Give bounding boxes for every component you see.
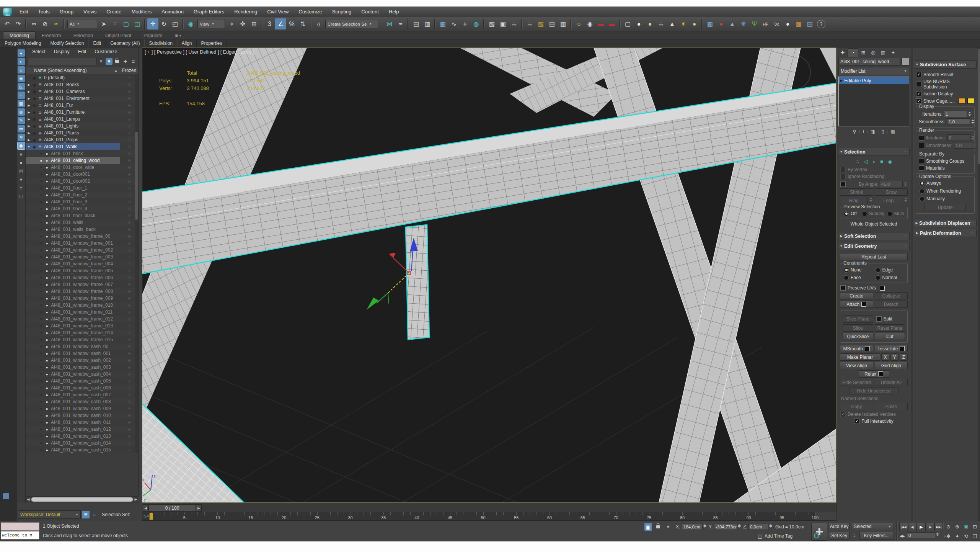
bind-to-space-warp-icon[interactable]: ≈ bbox=[51, 18, 62, 29]
pick-filter-icon[interactable]: ▢ bbox=[18, 193, 25, 200]
expand-icon[interactable]: ▶ bbox=[26, 104, 31, 107]
ribbon-tab-modeling[interactable]: Modeling bbox=[3, 31, 36, 39]
material-editor-icon[interactable]: ◍ bbox=[471, 18, 482, 29]
button-z[interactable]: Z bbox=[900, 353, 908, 361]
expand-icon[interactable]: ▶ bbox=[26, 83, 31, 87]
selection-filter-dropdown[interactable]: All▼ bbox=[67, 20, 97, 28]
select-and-place-icon[interactable]: ◉ bbox=[185, 18, 196, 29]
rollout-header-edit-geometry[interactable]: ▼Edit Geometry::: bbox=[838, 242, 910, 250]
explorer-row-ai48-001-window-sash-005[interactable]: ●●AI48_001_window_sash_005✣ bbox=[26, 378, 138, 384]
x-coordinate-field[interactable]: 184,0cm bbox=[682, 524, 703, 530]
button-x[interactable]: X bbox=[881, 353, 889, 361]
properties-icon[interactable]: ▤ bbox=[18, 167, 25, 175]
hidden-toggle-icon[interactable]: ◉ bbox=[18, 142, 25, 149]
render-frame-icon[interactable]: ▢ bbox=[622, 18, 633, 29]
auto-key-button[interactable]: Auto Key bbox=[829, 523, 850, 530]
frozen-toggle-icon[interactable]: ✣ bbox=[127, 76, 130, 80]
explorer-row-ai48-001-window-sash-001[interactable]: ●●AI48_001_window_sash_001✣ bbox=[26, 350, 138, 357]
explorer-column-header[interactable]: Name (Sorted Ascending) ▲ Frozen bbox=[26, 67, 138, 74]
explorer-row-ai48-001-window-sash-012[interactable]: ●●AI48_001_window_sash_012✣ bbox=[26, 426, 138, 433]
column-name-header[interactable]: Name (Sorted Ascending) bbox=[34, 68, 86, 73]
eye-hidden-icon[interactable]: ● bbox=[38, 179, 44, 183]
explorer-row-ai48-001-window-frame-001[interactable]: ●●AI48_001_window_frame_001✣ bbox=[26, 240, 138, 247]
frozen-toggle-icon[interactable]: ✣ bbox=[127, 165, 130, 170]
frozen-toggle-icon[interactable]: ✣ bbox=[127, 276, 130, 280]
explorer-row-ai48-001-window-frame-008[interactable]: ●●AI48_001_window_frame_008✣ bbox=[26, 288, 138, 295]
eye-hidden-icon[interactable]: ● bbox=[38, 248, 44, 252]
expand-icon[interactable]: ▶ bbox=[26, 138, 31, 142]
frozen-toggle-icon[interactable]: ✣ bbox=[127, 214, 130, 218]
containers-filter-icon[interactable]: ▭ bbox=[18, 125, 25, 132]
undo-icon[interactable]: ↶ bbox=[2, 18, 13, 29]
zoom-all-icon[interactable]: ⊕ bbox=[953, 523, 961, 530]
edge-icon[interactable]: ◁ bbox=[864, 159, 868, 165]
expand-icon[interactable]: ▶ bbox=[26, 118, 31, 121]
render-teapot-icon[interactable]: ☕ bbox=[656, 18, 667, 29]
command-panel-scrollbar[interactable] bbox=[978, 47, 980, 521]
frozen-toggle-icon[interactable]: ✣ bbox=[127, 262, 130, 266]
explorer-row-ai48-001-enviroment[interactable]: ▶◉≣AI48_001_Enviroment✣ bbox=[26, 95, 138, 102]
eye-hidden-icon[interactable]: ● bbox=[38, 193, 44, 197]
frozen-toggle-icon[interactable]: ✣ bbox=[127, 117, 130, 121]
zoom-extents-selected-icon[interactable]: ▣ bbox=[962, 523, 970, 530]
ox-icon[interactable]: 0x bbox=[771, 18, 782, 29]
eye-hidden-icon[interactable]: ● bbox=[38, 386, 44, 390]
explorer-row-ai48-001-walls[interactable]: ●●AI48_001_walls✣ bbox=[26, 219, 138, 226]
pan-hand-icon[interactable]: ✥ bbox=[944, 532, 952, 540]
beam-bottom-left-wedge[interactable] bbox=[142, 404, 244, 502]
burst-icon[interactable]: ❋ bbox=[738, 18, 749, 29]
rendered-frame-window-icon[interactable]: ▣ bbox=[497, 18, 509, 29]
maxscript-listener-white[interactable]: Welcome to M bbox=[1, 531, 39, 540]
explorer-row-ai48-001-window-frame-015[interactable]: ●●AI48_001_window_frame_015✣ bbox=[26, 336, 138, 343]
effects-sphere-icon[interactable]: ● bbox=[644, 18, 656, 29]
eye-hidden-icon[interactable]: ● bbox=[38, 358, 44, 362]
field-iterations[interactable]: 1 bbox=[944, 111, 967, 117]
utilities-tab[interactable]: ✦ bbox=[888, 49, 898, 57]
add-time-tag[interactable]: Add Time Tag bbox=[765, 532, 792, 540]
configure-modifier-sets-icon[interactable]: ▦ bbox=[890, 129, 895, 134]
window-crossing-icon[interactable]: ◫ bbox=[132, 18, 143, 29]
ribbon-panel-properties[interactable]: Properties bbox=[197, 39, 227, 47]
cage-color-swatch[interactable] bbox=[959, 98, 965, 104]
eye-hidden-icon[interactable]: ● bbox=[38, 338, 44, 342]
reference-coordinate-system-dropdown[interactable]: View▼ bbox=[197, 20, 225, 28]
align-icon[interactable]: ≍ bbox=[395, 18, 406, 29]
frozen-toggle-icon[interactable]: ✣ bbox=[127, 358, 130, 363]
y-spinner[interactable] bbox=[737, 524, 741, 530]
explorer-row-ai48-001-window-frame-005[interactable]: ●●AI48_001_window_frame_005✣ bbox=[26, 267, 138, 274]
menu-create[interactable]: Create bbox=[101, 7, 126, 17]
frozen-toggle-icon[interactable]: ✣ bbox=[127, 393, 130, 397]
sun-icon[interactable]: ☀ bbox=[678, 18, 689, 29]
explorer-row-ai48-001-window-frame-013[interactable]: ●●AI48_001_window_frame_013✣ bbox=[26, 322, 138, 329]
filter-set-icon[interactable]: Y bbox=[18, 184, 25, 191]
menu-animation[interactable]: Animation bbox=[157, 7, 189, 17]
frozen-toggle-icon[interactable]: ✣ bbox=[127, 241, 130, 245]
explorer-row-ai48-001-plants[interactable]: ▶◉≣AI48_001_Plants✣ bbox=[26, 129, 138, 136]
eye-hidden-icon[interactable]: ● bbox=[38, 331, 44, 335]
button-attach[interactable]: Attach bbox=[840, 301, 873, 308]
field-smoothness[interactable]: 1,0 bbox=[947, 118, 970, 125]
explorer-row-ai48-001-window-sash-004[interactable]: ●●AI48_001_window_sash_004✣ bbox=[26, 371, 138, 378]
frozen-toggle-icon[interactable]: ✣ bbox=[127, 207, 130, 211]
frozen-toggle-icon[interactable]: ✣ bbox=[127, 379, 130, 383]
explorer-row-ai48-001-props[interactable]: ▶◉≣AI48_001_Props✣ bbox=[26, 136, 138, 143]
explorer-row-ai48-001-fur[interactable]: ▶◉≣AI48_001_Fur✣ bbox=[26, 102, 138, 109]
checkbox-isoline-display[interactable]: ✔Isoline Display bbox=[916, 91, 974, 96]
eye-hidden-icon[interactable]: ● bbox=[38, 186, 44, 190]
button-tessellate[interactable]: Tessellate bbox=[875, 345, 908, 352]
frozen-toggle-icon[interactable]: ✣ bbox=[127, 317, 130, 321]
schematic-view-icon[interactable]: ⌗ bbox=[460, 18, 471, 29]
checkbox-use-nurms-subdivision[interactable]: Use NURMS Subdivision bbox=[916, 79, 974, 90]
ribbon-tab-selection[interactable]: Selection bbox=[67, 32, 99, 39]
post-selected[interactable] bbox=[406, 225, 429, 340]
curve-editor-icon[interactable]: ∿ bbox=[448, 18, 460, 29]
button-repeat-last[interactable]: Repeat Last bbox=[840, 253, 908, 260]
key-filters-icon[interactable]: ⁘ bbox=[851, 532, 858, 540]
checkbox-full-interactivity[interactable]: ✔Full Interactivity bbox=[840, 419, 907, 424]
explorer-row-ai48-001-window-frame-00[interactable]: ●●AI48_001_window_frame_00✣ bbox=[26, 233, 138, 240]
select-and-move-icon[interactable]: ✛ bbox=[147, 18, 158, 29]
frozen-toggle-icon[interactable]: ✣ bbox=[127, 407, 130, 411]
button-make-planar[interactable]: Make Planar bbox=[840, 353, 880, 361]
spinner[interactable] bbox=[967, 111, 972, 117]
rollout-header-paint-deformation[interactable]: ▶Paint Deformation::: bbox=[914, 229, 977, 237]
